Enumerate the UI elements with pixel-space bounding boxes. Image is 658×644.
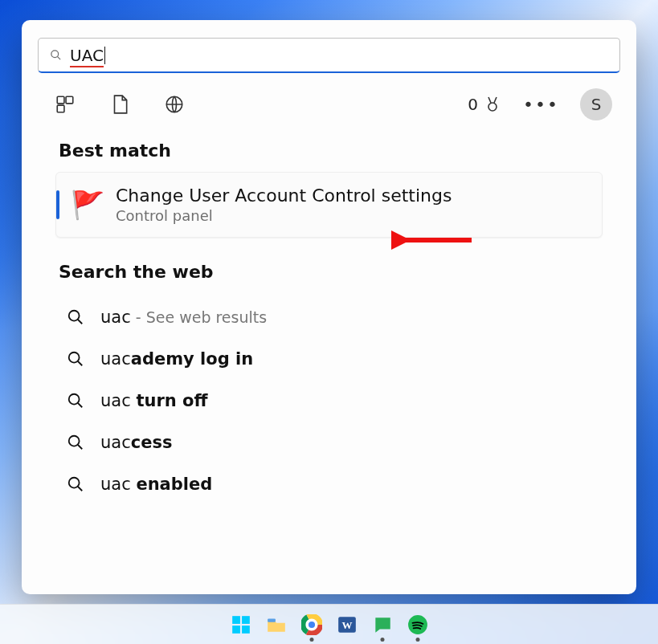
documents-filter-icon[interactable] (108, 93, 131, 116)
best-match-result[interactable]: 🚩 Change User Account Control settings C… (55, 172, 603, 238)
taskbar-chat-icon[interactable] (370, 613, 394, 637)
taskbar-word-icon[interactable]: W (335, 613, 359, 637)
svg-rect-18 (232, 616, 240, 624)
uac-flag-icon: 🚩 (71, 191, 104, 218)
search-icon (50, 49, 62, 61)
web-result-text: uacademy log in (100, 349, 253, 369)
svg-point-11 (69, 394, 80, 405)
taskbar-explorer-icon[interactable] (264, 613, 288, 637)
taskbar-chrome-icon[interactable] (300, 613, 324, 637)
web-result-item[interactable]: uaccess (55, 422, 603, 463)
web-result-text: uac - See web results (100, 308, 267, 327)
web-result-text: uac enabled (100, 475, 212, 494)
svg-line-8 (78, 320, 83, 324)
web-result-item[interactable]: uac turn off (55, 380, 603, 422)
web-filter-icon[interactable] (163, 93, 186, 116)
svg-point-13 (69, 436, 80, 446)
search-query-text: UAC (70, 46, 104, 65)
svg-point-7 (69, 311, 80, 321)
rewards-count: 0 (468, 95, 478, 114)
search-icon (67, 350, 84, 368)
search-icon (67, 434, 84, 451)
search-results-panel: UAC 0 ••• S Best match 🚩 (22, 20, 636, 594)
best-match-title: Change User Account Control settings (116, 185, 452, 206)
svg-point-0 (51, 51, 59, 58)
search-box[interactable]: UAC (38, 38, 620, 73)
best-match-subtitle: Control panel (116, 207, 452, 224)
svg-rect-20 (232, 626, 240, 634)
svg-point-15 (69, 478, 80, 488)
svg-rect-4 (57, 105, 64, 112)
svg-rect-21 (242, 626, 250, 634)
apps-filter-icon[interactable] (54, 93, 76, 116)
text-caret (104, 47, 105, 64)
svg-rect-2 (57, 96, 64, 104)
avatar-initial: S (591, 95, 602, 114)
search-web-heading: Search the web (38, 257, 620, 293)
rewards-counter[interactable]: 0 (468, 95, 502, 114)
svg-rect-19 (242, 616, 250, 624)
svg-line-1 (57, 56, 60, 59)
svg-line-12 (78, 403, 83, 408)
web-result-item[interactable]: uac - See web results (55, 296, 603, 338)
best-match-heading: Best match (38, 136, 620, 172)
svg-point-6 (488, 103, 497, 111)
taskbar: W (0, 604, 658, 644)
svg-line-16 (78, 487, 83, 491)
rewards-medal-icon (483, 95, 502, 114)
more-options-icon[interactable]: ••• (523, 95, 559, 115)
svg-line-14 (78, 445, 83, 450)
svg-text:W: W (341, 619, 352, 631)
svg-rect-22 (268, 618, 276, 622)
user-avatar[interactable]: S (580, 88, 612, 120)
web-result-item[interactable]: uacademy log in (55, 338, 603, 380)
web-result-item[interactable]: uac enabled (55, 463, 603, 505)
taskbar-spotify-icon[interactable] (406, 613, 430, 637)
taskbar-start-icon[interactable] (229, 613, 253, 637)
web-result-text: uac turn off (100, 391, 207, 410)
filter-toolbar: 0 ••• S (38, 73, 620, 136)
svg-line-10 (78, 361, 83, 366)
web-result-text: uaccess (100, 433, 172, 452)
svg-point-9 (69, 353, 80, 363)
svg-rect-3 (66, 96, 73, 104)
search-icon (67, 475, 84, 493)
web-results-list: uac - See web results uacademy log in ua… (38, 293, 620, 505)
search-icon (67, 392, 84, 410)
search-icon (67, 308, 84, 326)
